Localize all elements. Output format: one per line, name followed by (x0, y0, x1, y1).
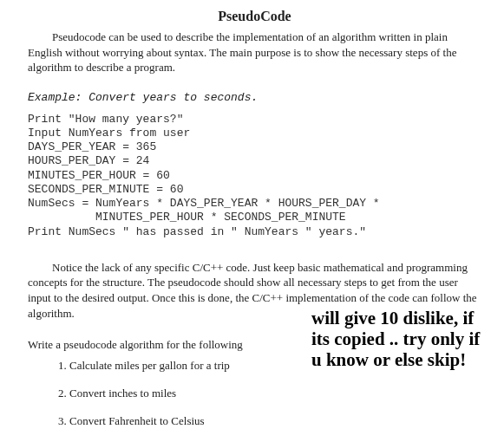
pseudocode-block: Print "How many years?" Input NumYears f… (28, 113, 481, 239)
intro-text: Pseudocode can be used to describe the i… (28, 29, 481, 75)
task-item-3: Convert Fahrenheit to Celsius (69, 414, 481, 428)
overlay-warning-note: will give 10 dislike, if its copied .. t… (311, 308, 485, 370)
intro-paragraph: Pseudocode can be used to describe the i… (28, 29, 481, 75)
document-title: PseudoCode (28, 9, 481, 24)
example-label: Example: Convert years to seconds. (28, 91, 481, 104)
task-list: Calculate miles per gallon for a trip Co… (28, 359, 481, 442)
document-page: PseudoCode Pseudocode can be used to des… (0, 0, 504, 442)
task-item-2: Convert inches to miles (69, 387, 481, 400)
